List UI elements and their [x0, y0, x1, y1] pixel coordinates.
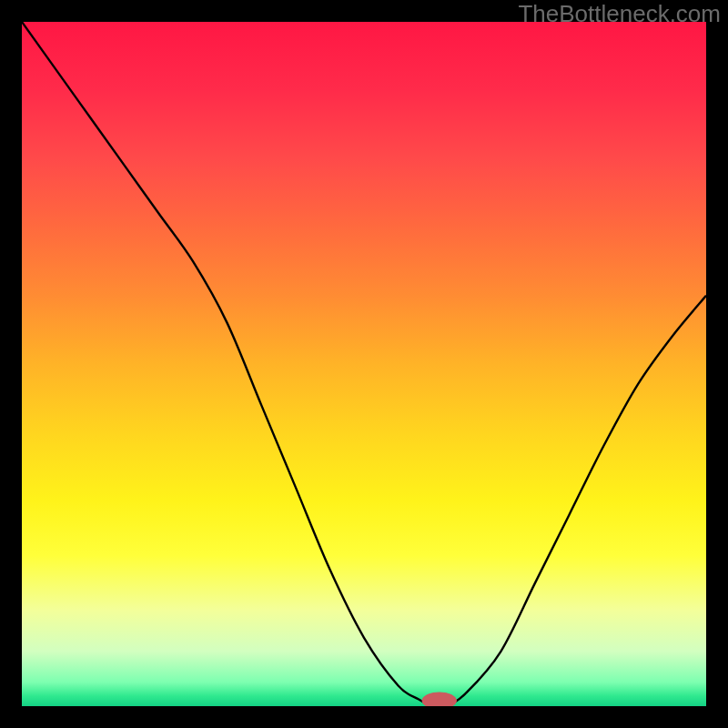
chart-frame: TheBottleneck.com — [0, 0, 728, 728]
plot-area — [22, 22, 706, 706]
bottleneck-chart — [22, 22, 706, 706]
gradient-background — [22, 22, 706, 706]
optimum-marker — [422, 693, 457, 706]
